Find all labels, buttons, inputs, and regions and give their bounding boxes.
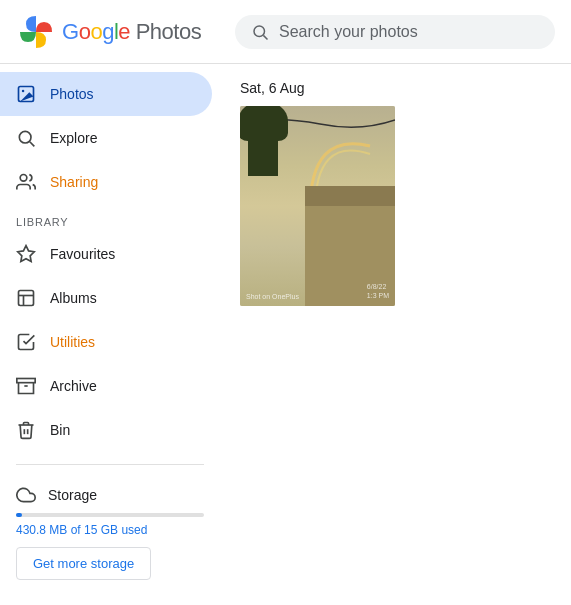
sidebar-item-favourites[interactable]: Favourites bbox=[0, 232, 212, 276]
date-header: Sat, 6 Aug bbox=[240, 80, 551, 96]
svg-point-6 bbox=[20, 175, 27, 182]
storage-section: Storage 430.8 MB of 15 GB used Get more … bbox=[0, 477, 220, 588]
utilities-icon bbox=[16, 332, 36, 352]
sidebar-label-albums: Albums bbox=[50, 290, 97, 306]
search-bar[interactable]: Search your photos bbox=[235, 15, 555, 49]
sidebar-label-archive: Archive bbox=[50, 378, 97, 394]
svg-point-3 bbox=[22, 90, 24, 93]
sidebar-label-photos: Photos bbox=[50, 86, 94, 102]
logo: Google Photos bbox=[16, 12, 201, 52]
storage-cloud-icon bbox=[16, 485, 36, 505]
search-icon bbox=[251, 23, 269, 41]
storage-used-text: 430.8 MB of 15 GB used bbox=[16, 523, 204, 537]
library-section-label: LIBRARY bbox=[0, 204, 220, 232]
sidebar-label-utilities: Utilities bbox=[50, 334, 95, 350]
header: Google Photos Search your photos bbox=[0, 0, 571, 64]
svg-rect-9 bbox=[17, 379, 35, 383]
svg-marker-7 bbox=[18, 246, 35, 262]
sidebar-item-bin[interactable]: Bin bbox=[0, 408, 212, 452]
sidebar: Photos Explore Sharing LIBRARY Favourite… bbox=[0, 64, 220, 605]
photos-icon bbox=[16, 84, 36, 104]
sidebar-label-favourites: Favourites bbox=[50, 246, 115, 262]
favourites-icon bbox=[16, 244, 36, 264]
storage-label: Storage bbox=[48, 487, 97, 503]
sidebar-item-explore[interactable]: Explore bbox=[0, 116, 212, 160]
sidebar-label-explore: Explore bbox=[50, 130, 97, 146]
layout: Photos Explore Sharing LIBRARY Favourite… bbox=[0, 64, 571, 605]
photo-thumbnail[interactable]: Shot on OnePlus 6/8/221:3 PM bbox=[240, 106, 395, 306]
sidebar-item-sharing[interactable]: Sharing bbox=[0, 160, 212, 204]
storage-header: Storage bbox=[16, 485, 204, 505]
storage-bar-fill bbox=[16, 513, 22, 517]
sidebar-item-photos[interactable]: Photos bbox=[0, 72, 212, 116]
photo-background bbox=[240, 106, 395, 306]
sidebar-divider bbox=[16, 464, 204, 465]
svg-rect-8 bbox=[19, 291, 34, 306]
google-photos-logo-icon bbox=[16, 12, 56, 52]
svg-line-1 bbox=[263, 35, 267, 39]
get-more-storage-button[interactable]: Get more storage bbox=[16, 547, 151, 580]
sharing-icon bbox=[16, 172, 36, 192]
photo-grid: Shot on OnePlus 6/8/221:3 PM bbox=[240, 106, 551, 306]
svg-point-4 bbox=[19, 131, 31, 143]
svg-line-5 bbox=[30, 142, 35, 147]
svg-point-0 bbox=[254, 26, 265, 37]
logo-text: Google Photos bbox=[62, 19, 201, 45]
bin-icon bbox=[16, 420, 36, 440]
sidebar-item-archive[interactable]: Archive bbox=[0, 364, 212, 408]
sidebar-item-albums[interactable]: Albums bbox=[0, 276, 212, 320]
sidebar-label-bin: Bin bbox=[50, 422, 70, 438]
storage-bar bbox=[16, 513, 204, 517]
explore-icon bbox=[16, 128, 36, 148]
sidebar-label-sharing: Sharing bbox=[50, 174, 98, 190]
sidebar-item-utilities[interactable]: Utilities bbox=[0, 320, 212, 364]
archive-icon bbox=[16, 376, 36, 396]
main-content: Sat, 6 Aug Sh bbox=[220, 64, 571, 605]
search-placeholder: Search your photos bbox=[279, 23, 418, 41]
photo-watermark: Shot on OnePlus bbox=[246, 293, 299, 300]
albums-icon bbox=[16, 288, 36, 308]
photo-timestamp: 6/8/221:3 PM bbox=[367, 282, 389, 300]
tree-decoration bbox=[248, 116, 278, 176]
